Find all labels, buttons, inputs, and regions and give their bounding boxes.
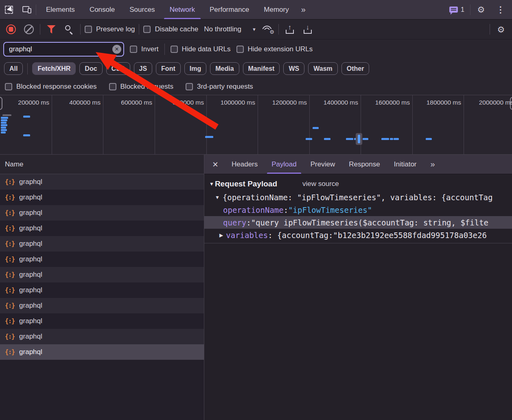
clear-network-log-button[interactable] [22, 22, 36, 36]
request-row[interactable]: {:}graphql [0, 252, 204, 267]
details-tab-response[interactable]: Response [342, 155, 387, 174]
chip-all[interactable]: All [4, 62, 23, 75]
filter-input-box: × [3, 42, 124, 57]
customize-menu-button[interactable]: ⋮ [492, 5, 510, 14]
waterfall-bar [381, 138, 389, 140]
overview-right-handle[interactable] [510, 97, 512, 110]
request-row[interactable]: {:}graphql [0, 205, 204, 221]
caret-right-icon[interactable]: ▶ [219, 232, 223, 238]
name-column-header[interactable]: Name [0, 155, 204, 174]
waterfall-bar [346, 138, 353, 140]
request-payload-section-header[interactable]: ▼ Request Payload view source [204, 174, 512, 191]
timeline-gridline [52, 95, 52, 154]
disable-cache-checkbox[interactable] [143, 26, 151, 33]
filter-option-3rd-party-requests[interactable]: 3rd-party requests [186, 83, 253, 91]
request-row[interactable]: {:}graphql [0, 298, 204, 313]
chip-wasm[interactable]: Wasm [308, 62, 338, 75]
chip-ws[interactable]: WS [283, 62, 304, 75]
chip-fetch-xhr[interactable]: Fetch/XHR [32, 62, 76, 75]
network-overview-timeline[interactable]: 200000 ms400000 ms600000 ms800000 ms1000… [0, 95, 512, 155]
waterfall-bar [426, 138, 432, 140]
hide-data-urls-checkbox[interactable] [171, 46, 178, 53]
waterfall-bar [23, 116, 30, 118]
filter-funnel-icon [47, 25, 56, 34]
payload-line[interactable]: ▼{operationName: "ipFlowTimeseries", var… [204, 191, 512, 203]
checkbox-label: Blocked response cookies [16, 83, 97, 91]
import-har-button[interactable]: ↑ [283, 22, 297, 36]
invert-checkbox-item[interactable]: Invert [130, 45, 159, 53]
timeline-tick-label: 800000 ms [82, 99, 204, 106]
hide-data-urls-checkbox-item[interactable]: Hide data URLs [171, 45, 231, 53]
chip-doc[interactable]: Doc [79, 62, 102, 75]
checkbox[interactable] [109, 83, 116, 90]
checkbox[interactable] [5, 83, 12, 90]
chip-font[interactable]: Font [156, 62, 181, 75]
request-row[interactable]: {:}graphql [0, 236, 204, 252]
preserve-log-checkbox-item[interactable]: Preserve log [85, 25, 135, 33]
timeline-gridline [206, 95, 207, 154]
device-toolbar-button[interactable] [18, 0, 36, 19]
tab-console[interactable]: Console [82, 0, 122, 19]
export-har-button[interactable]: ↓ [301, 22, 315, 36]
hide-extension-urls-checkbox[interactable] [236, 46, 244, 53]
chip-manifest[interactable]: Manifest [243, 62, 280, 75]
chip-media[interactable]: Media [210, 62, 239, 75]
checkbox[interactable] [186, 83, 193, 90]
details-tab-initiator[interactable]: Initiator [387, 155, 424, 174]
network-settings-button[interactable]: ⚙ [494, 22, 508, 36]
payload-line[interactable]: ▶variables: {accountTag: "b12e3b2192ee55… [204, 229, 512, 241]
throttling-dropdown[interactable]: No throttling ▼ [204, 25, 256, 33]
request-row[interactable]: {:}graphql [0, 329, 204, 344]
tab-memory[interactable]: Memory [256, 0, 296, 19]
inspect-element-button[interactable] [0, 0, 18, 19]
chip-css[interactable]: CSS [106, 62, 130, 75]
chip-img[interactable]: Img [184, 62, 206, 75]
settings-button[interactable]: ⚙ [472, 5, 490, 14]
details-tab-payload[interactable]: Payload [265, 155, 303, 174]
chip-other[interactable]: Other [341, 62, 370, 75]
hide-extension-urls-checkbox-item[interactable]: Hide extension URLs [236, 45, 313, 53]
chip-js[interactable]: JS [134, 62, 153, 75]
view-source-link[interactable]: view source [302, 180, 339, 188]
preserve-log-checkbox[interactable] [85, 26, 92, 33]
json-braces-icon: {:} [5, 271, 15, 278]
details-tab-preview[interactable]: Preview [304, 155, 342, 174]
more-tabs-chevron-icon[interactable]: » [424, 155, 442, 174]
payload-line[interactable]: query: "query ipFlowTimeseries($accountT… [204, 216, 512, 229]
invert-checkbox[interactable] [130, 46, 137, 53]
search-button[interactable] [62, 22, 76, 36]
request-row[interactable]: {:}graphql [0, 221, 204, 236]
request-row[interactable]: {:}graphql [0, 344, 204, 360]
issues-button[interactable]: 1 [445, 6, 468, 13]
waterfall-bar [205, 136, 213, 138]
record-network-log-button[interactable] [4, 22, 18, 36]
request-row[interactable]: {:}graphql [0, 313, 204, 329]
waterfall-bar [1, 124, 7, 126]
more-panels-chevron-icon[interactable]: » [296, 0, 311, 19]
tab-network[interactable]: Network [162, 0, 202, 19]
overview-left-handle[interactable] [0, 97, 2, 110]
network-conditions-button[interactable]: ⚙ [260, 22, 274, 36]
caret-down-icon[interactable]: ▼ [215, 195, 220, 200]
request-row[interactable]: {:}graphql [0, 267, 204, 282]
filter-toggle-button[interactable] [44, 22, 58, 36]
clear-filter-icon[interactable]: × [112, 45, 121, 54]
request-row[interactable]: {:}graphql [0, 282, 204, 298]
request-row[interactable]: {:}graphql [0, 190, 204, 205]
timeline-gridline [412, 95, 413, 154]
tab-performance[interactable]: Performance [202, 0, 256, 19]
tab-elements[interactable]: Elements [39, 0, 82, 19]
clear-icon [24, 24, 34, 34]
request-row[interactable]: {:}graphql [0, 174, 204, 190]
details-tab-headers[interactable]: Headers [225, 155, 265, 174]
filter-option-blocked-requests[interactable]: Blocked requests [109, 83, 173, 91]
disable-cache-checkbox-item[interactable]: Disable cache [143, 25, 198, 33]
waterfall-bar [2, 114, 11, 116]
close-details-button[interactable]: × [204, 155, 225, 174]
payload-line[interactable]: operationName: "ipFlowTimeseries" [204, 203, 512, 216]
tab-sources[interactable]: Sources [122, 0, 162, 19]
timeline-tick-label: 600000 ms [30, 99, 152, 106]
filter-option-blocked-response-cookies[interactable]: Blocked response cookies [5, 83, 97, 91]
divider [278, 24, 279, 35]
filter-input[interactable] [4, 45, 123, 53]
